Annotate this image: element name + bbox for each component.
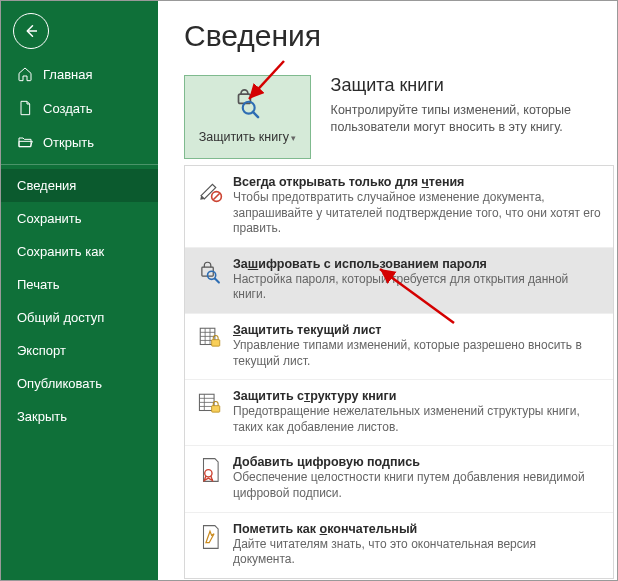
- protect-workbook-button-label: Защитить книгу▾: [199, 130, 296, 145]
- menu-item-desc: Чтобы предотвратить случайное изменение …: [233, 190, 601, 237]
- menu-item-protect-sheet[interactable]: Защитить текущий лист Управление типами …: [185, 314, 613, 380]
- menu-item-desc: Дайте читателям знать, что это окончател…: [233, 537, 601, 568]
- sidebar-item-label: Опубликовать: [17, 376, 102, 391]
- home-icon: [17, 66, 33, 82]
- ribbon-icon: [197, 457, 223, 483]
- sidebar-item-label: Открыть: [43, 135, 94, 150]
- menu-item-title: Защитить структуру книги: [233, 389, 601, 403]
- protect-heading: Защита книги: [331, 75, 599, 96]
- svg-rect-8: [212, 406, 220, 413]
- protect-workbook-button[interactable]: Защитить книгу▾: [184, 75, 311, 159]
- menu-item-title: Зашифровать с использованием пароля: [233, 257, 601, 271]
- sidebar-item-label: Закрыть: [17, 409, 67, 424]
- menu-item-desc: Предотвращение нежелательных изменений с…: [233, 404, 601, 435]
- menu-item-mark-final[interactable]: Пометить как окончательный Дайте читател…: [185, 513, 613, 578]
- new-file-icon: [17, 100, 33, 116]
- menu-item-title: Всегда открывать только для чтения: [233, 175, 601, 189]
- open-folder-icon: [17, 134, 33, 150]
- sidebar-item-home[interactable]: Главная: [1, 57, 158, 91]
- sidebar-item-publish[interactable]: Опубликовать: [1, 367, 158, 400]
- menu-item-desc: Обеспечение целостности книги путем доба…: [233, 470, 601, 501]
- sheet-lock-icon: [197, 325, 223, 351]
- sidebar-item-label: Сохранить как: [17, 244, 104, 259]
- sidebar-item-close[interactable]: Закрыть: [1, 400, 158, 433]
- menu-item-title: Добавить цифровую подпись: [233, 455, 601, 469]
- sidebar-item-export[interactable]: Экспорт: [1, 334, 158, 367]
- sidebar-item-label: Главная: [43, 67, 92, 82]
- sidebar-item-label: Создать: [43, 101, 92, 116]
- sidebar-item-label: Печать: [17, 277, 60, 292]
- menu-item-title: Пометить как окончательный: [233, 522, 601, 536]
- menu-item-desc: Настройка пароля, который требуется для …: [233, 272, 601, 303]
- backstage-sidebar: Главная Создать Открыть Сведения Сохрани…: [1, 1, 158, 580]
- sidebar-item-label: Сохранить: [17, 211, 82, 226]
- svg-rect-6: [212, 340, 220, 347]
- back-arrow-icon: [22, 22, 40, 40]
- pencil-block-icon: [197, 177, 223, 203]
- sidebar-item-save[interactable]: Сохранить: [1, 202, 158, 235]
- menu-item-digital-signature[interactable]: Добавить цифровую подпись Обеспечение це…: [185, 446, 613, 512]
- sidebar-item-save-as[interactable]: Сохранить как: [1, 235, 158, 268]
- menu-item-encrypt-password[interactable]: Зашифровать с использованием пароля Наст…: [185, 248, 613, 314]
- sidebar-item-open[interactable]: Открыть: [1, 125, 158, 165]
- sidebar-item-label: Экспорт: [17, 343, 66, 358]
- chevron-down-icon: ▾: [291, 133, 296, 144]
- sidebar-item-new[interactable]: Создать: [1, 91, 158, 125]
- sidebar-item-share[interactable]: Общий доступ: [1, 301, 158, 334]
- protect-section: Защитить книгу▾ Защита книги Контролируй…: [184, 75, 599, 159]
- menu-item-open-read-only[interactable]: Всегда открывать только для чтения Чтобы…: [185, 166, 613, 248]
- sidebar-item-info[interactable]: Сведения: [1, 169, 158, 202]
- menu-item-title: Защитить текущий лист: [233, 323, 601, 337]
- sidebar-item-label: Сведения: [17, 178, 76, 193]
- lock-search-icon: [197, 259, 223, 285]
- final-icon: [197, 524, 223, 550]
- sidebar-item-print[interactable]: Печать: [1, 268, 158, 301]
- menu-item-protect-structure[interactable]: Защитить структуру книги Предотвращение …: [185, 380, 613, 446]
- protect-description: Контролируйте типы изменений, которые по…: [331, 102, 599, 136]
- book-lock-icon: [197, 391, 223, 417]
- back-button[interactable]: [13, 13, 49, 49]
- page-title: Сведения: [184, 19, 599, 53]
- sidebar-item-label: Общий доступ: [17, 310, 104, 325]
- info-panel: Сведения Защитить книгу▾ Защита книги Ко…: [158, 1, 617, 580]
- protect-workbook-icon: [230, 89, 264, 126]
- protect-info: Защита книги Контролируйте типы изменени…: [331, 75, 599, 136]
- menu-item-desc: Управление типами изменений, которые раз…: [233, 338, 601, 369]
- protect-menu: Всегда открывать только для чтения Чтобы…: [184, 165, 614, 579]
